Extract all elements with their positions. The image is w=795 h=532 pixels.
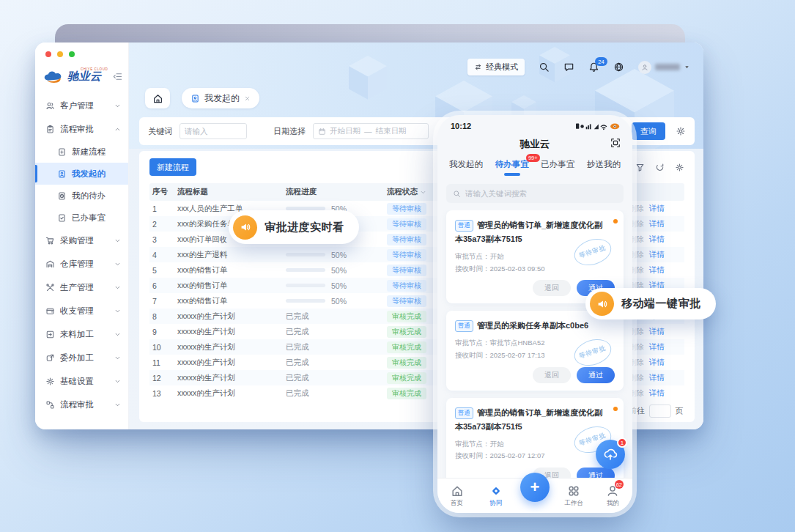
sidebar-item-基础设置[interactable]: 基础设置 bbox=[35, 369, 128, 393]
page-label: 页 bbox=[676, 406, 684, 416]
sidebar-item-来料加工[interactable]: 来料加工 bbox=[35, 322, 128, 346]
nav-badge: 62 bbox=[615, 480, 624, 489]
keyword-input[interactable] bbox=[180, 123, 247, 139]
status-badge: 等待审核 bbox=[387, 234, 426, 245]
user-menu[interactable] bbox=[638, 61, 690, 74]
close-window-button[interactable] bbox=[45, 51, 51, 57]
progress-completed-text: 已完成 bbox=[286, 373, 309, 383]
progress-percent: 50% bbox=[331, 281, 347, 290]
row-title: xxxxx的生产计划 bbox=[177, 358, 286, 368]
phone-search-input[interactable] bbox=[465, 189, 617, 198]
search-icon bbox=[453, 190, 461, 198]
callout-mobile-approval: 移动端一键审批 bbox=[585, 288, 716, 319]
row-progress: 已完成 bbox=[286, 388, 387, 399]
doc-plus-icon bbox=[57, 147, 67, 157]
add-button[interactable]: + bbox=[520, 473, 550, 502]
home-tab-button[interactable] bbox=[145, 88, 170, 108]
nav-item-工作台[interactable]: 工作台 bbox=[555, 479, 594, 513]
search-icon[interactable] bbox=[539, 62, 550, 73]
chevron-down-icon bbox=[114, 378, 121, 385]
phone-tab-我发起的[interactable]: 我发起的 bbox=[449, 159, 483, 176]
sidebar-collapse-icon[interactable] bbox=[113, 72, 122, 81]
detail-link[interactable]: 详情 bbox=[649, 388, 665, 399]
row-progress: 已完成 bbox=[286, 358, 387, 368]
detail-link[interactable]: 详情 bbox=[649, 358, 665, 368]
sidebar-subitem-已办事宜[interactable]: 已办事宜 bbox=[35, 207, 128, 229]
row-title: xxx的销售订单 bbox=[177, 296, 286, 306]
nav-item-我的[interactable]: 我的62 bbox=[594, 479, 632, 513]
approve-button[interactable]: 通过 bbox=[577, 468, 615, 478]
sidebar-item-仓库管理[interactable]: 仓库管理 bbox=[35, 252, 128, 276]
goto-page-input[interactable] bbox=[649, 404, 671, 418]
phone-tab-已办事宜[interactable]: 已办事宜 bbox=[541, 159, 574, 176]
detail-link[interactable]: 详情 bbox=[649, 342, 665, 352]
minimize-window-button[interactable] bbox=[57, 51, 63, 57]
date-range-input[interactable]: 开始日期 — 结束日期 bbox=[313, 123, 429, 139]
tab-close-icon[interactable] bbox=[244, 95, 251, 102]
query-button[interactable]: 查询 bbox=[632, 122, 665, 140]
detail-link[interactable]: 详情 bbox=[649, 265, 665, 276]
notification-bell[interactable]: 24 bbox=[588, 62, 599, 73]
approval-card: 普通管理员的采购任务单副本c0be6等待审批审批节点：审批节点HNBA52接收时… bbox=[446, 311, 624, 390]
refresh-icon[interactable] bbox=[655, 163, 665, 172]
table-settings-icon[interactable] bbox=[675, 163, 684, 172]
row-no: 7 bbox=[152, 297, 177, 306]
reject-button[interactable]: 退回 bbox=[533, 280, 571, 296]
phone-tab-待办事宜[interactable]: 待办事宜99+ bbox=[495, 159, 529, 176]
filter-funnel-icon[interactable] bbox=[635, 163, 645, 172]
phone-bottom-nav: 首页协同+工作台我的62 bbox=[437, 478, 632, 513]
reject-button[interactable]: 退回 bbox=[533, 367, 571, 383]
detail-link[interactable]: 详情 bbox=[649, 219, 665, 229]
progress-percent: 50% bbox=[331, 251, 347, 259]
detail-link[interactable]: 详情 bbox=[649, 327, 665, 337]
maximize-window-button[interactable] bbox=[69, 51, 75, 57]
row-title: xxxxx的生产计划 bbox=[177, 311, 286, 322]
tab-my-initiated[interactable]: 我发起的 bbox=[182, 88, 259, 108]
chevron-down-icon bbox=[114, 331, 121, 338]
sidebar-item-收支管理[interactable]: 收支管理 bbox=[35, 299, 128, 322]
globe-icon[interactable] bbox=[613, 62, 624, 73]
scan-icon[interactable] bbox=[610, 138, 621, 148]
status-badge: 审核完成 bbox=[387, 311, 426, 322]
grid-icon bbox=[567, 484, 580, 498]
nav-item-协同[interactable]: 协同 bbox=[476, 479, 515, 513]
logo-subtext: CHIYE CLOUD bbox=[81, 67, 108, 71]
chevron-down-icon bbox=[114, 355, 121, 361]
chevron-down-icon bbox=[114, 402, 121, 408]
row-no: 5 bbox=[152, 266, 177, 275]
phone-tab-抄送我的[interactable]: 抄送我的 bbox=[587, 159, 621, 176]
sidebar-item-流程审批[interactable]: 流程审批 bbox=[35, 393, 128, 416]
nav-item-首页[interactable]: 首页 bbox=[437, 479, 476, 513]
detail-link[interactable]: 详情 bbox=[649, 250, 665, 260]
row-no: 12 bbox=[152, 374, 177, 383]
priority-badge: 普通 bbox=[455, 407, 473, 419]
detail-link[interactable]: 详情 bbox=[649, 234, 665, 245]
row-title: xxxxx的生产计划 bbox=[177, 373, 286, 383]
cloud-sync-fab[interactable]: 1 bbox=[596, 440, 625, 469]
sidebar-item-流程审批[interactable]: 流程审批 bbox=[35, 117, 128, 141]
sidebar-item-采购管理[interactable]: 采购管理 bbox=[35, 229, 128, 252]
sidebar-item-委外加工[interactable]: 委外加工 bbox=[35, 346, 128, 369]
tab-row: 我发起的 bbox=[145, 88, 259, 108]
message-icon[interactable] bbox=[563, 62, 574, 73]
isometric-cube bbox=[349, 56, 387, 100]
sidebar-item-客户管理[interactable]: 客户管理 bbox=[35, 94, 128, 117]
warehouse-icon bbox=[45, 259, 55, 269]
row-no: 9 bbox=[152, 328, 177, 336]
nav-label: 工作台 bbox=[564, 499, 583, 508]
detail-link[interactable]: 详情 bbox=[649, 373, 665, 383]
row-title: xxxxx的生产计划 bbox=[177, 327, 286, 337]
new-process-button[interactable]: 新建流程 bbox=[149, 158, 196, 176]
approve-button[interactable]: 通过 bbox=[577, 367, 615, 383]
card-buttons: 退回通过 bbox=[455, 367, 615, 383]
classic-mode-button[interactable]: 经典模式 bbox=[467, 59, 525, 75]
phone-search-bar[interactable] bbox=[446, 184, 624, 203]
detail-link[interactable]: 详情 bbox=[649, 204, 665, 214]
sidebar-subitem-我发起的[interactable]: 我发起的 bbox=[35, 163, 128, 185]
doc-done-icon bbox=[57, 213, 67, 223]
filter-settings-icon[interactable] bbox=[676, 126, 686, 136]
sidebar-subitem-我的待办[interactable]: 我的待办 bbox=[35, 185, 128, 207]
sidebar-item-生产管理[interactable]: 生产管理 bbox=[35, 276, 128, 299]
nav-label: 首页 bbox=[451, 499, 463, 508]
sidebar-subitem-新建流程[interactable]: 新建流程 bbox=[35, 141, 128, 163]
